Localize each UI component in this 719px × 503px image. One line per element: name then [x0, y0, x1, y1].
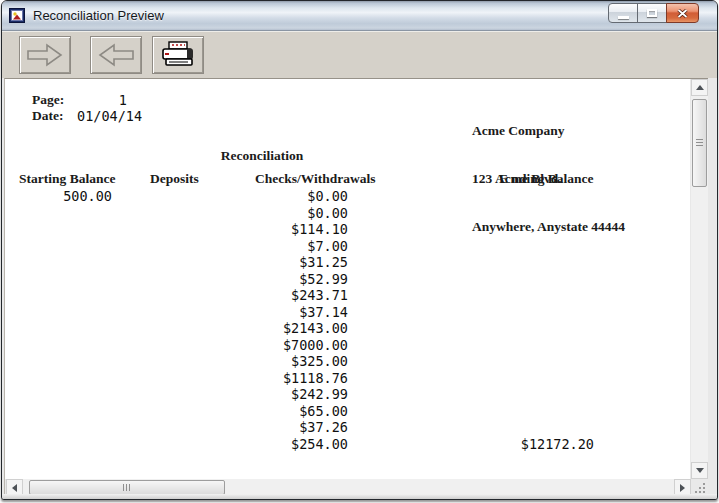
preview-content: Page: 1 Date: 01/04/14 Acme Company 123 … — [4, 78, 708, 496]
window-icon — [9, 8, 26, 24]
withdrawal-amount: $37.26 — [105, 419, 348, 436]
vertical-scrollbar[interactable] — [691, 79, 708, 479]
arrow-right-icon — [26, 42, 64, 68]
previous-page-button[interactable] — [90, 36, 142, 74]
report-rows: 500.00 $0.00$0.00$114.10$7.00$31.25$52.9… — [5, 188, 690, 452]
thumb-grip-icon — [696, 139, 703, 147]
close-icon — [677, 9, 688, 18]
close-button[interactable] — [666, 3, 699, 23]
withdrawal-amount: $242.99 — [105, 386, 348, 403]
column-header-starting-balance: Starting Balance — [19, 171, 115, 187]
thumb-grip-icon — [123, 484, 131, 491]
vertical-scrollbar-thumb[interactable] — [692, 99, 707, 187]
resize-grip-icon — [696, 484, 705, 493]
page-label: Page: — [32, 92, 64, 108]
withdrawal-amount: $31.25 — [105, 254, 348, 271]
toolbar — [2, 31, 717, 78]
withdrawal-amount: $2143.00 — [105, 320, 348, 337]
starting-balance-value: 500.00 — [5, 188, 112, 205]
withdrawal-amount: $65.00 — [105, 403, 348, 420]
withdrawal-amount: $7000.00 — [105, 337, 348, 354]
scroll-up-button[interactable] — [691, 79, 708, 96]
scroll-down-button[interactable] — [691, 462, 708, 479]
checks-withdrawals-list: $0.00$0.00$114.10$7.00$31.25$52.99$243.7… — [105, 188, 348, 452]
page-value: 1 — [77, 92, 127, 108]
company-name: Acme Company — [472, 123, 625, 139]
withdrawal-amount: $37.14 — [105, 304, 348, 321]
column-header-ending-balance: E nding Balance — [499, 171, 594, 187]
report-title: Reconciliation — [5, 148, 519, 164]
minimize-icon — [618, 16, 629, 19]
report-page: Page: 1 Date: 01/04/14 Acme Company 123 … — [5, 79, 690, 479]
maximize-button[interactable] — [637, 3, 667, 23]
date-value: 01/04/14 — [77, 108, 142, 124]
withdrawal-amount: $325.00 — [105, 353, 348, 370]
scroll-right-icon — [680, 484, 685, 492]
arrow-left-icon — [97, 42, 135, 68]
withdrawal-amount: $114.10 — [105, 221, 348, 238]
column-header-checks-withdrawals: Checks/Withdrawals — [255, 171, 376, 187]
withdrawal-amount: $0.00 — [105, 188, 348, 205]
minimize-button[interactable] — [608, 3, 638, 23]
scroll-left-icon — [12, 484, 17, 492]
withdrawal-amount: $7.00 — [105, 238, 348, 255]
horizontal-scrollbar-thumb[interactable] — [29, 480, 225, 495]
scroll-up-icon — [696, 85, 704, 90]
print-button[interactable] — [152, 36, 204, 74]
printer-icon — [159, 40, 197, 70]
column-header-deposits: Deposits — [150, 171, 199, 187]
withdrawal-amount: $52.99 — [105, 271, 348, 288]
window-title: Reconciliation Preview — [33, 8, 164, 23]
window-bottom-frame — [2, 494, 717, 499]
next-page-button[interactable] — [19, 36, 71, 74]
withdrawal-amount: $254.00 — [105, 436, 348, 453]
maximize-icon — [647, 9, 657, 17]
withdrawal-amount: $1118.76 — [105, 370, 348, 387]
reconciliation-preview-window: Reconciliation Preview — [1, 0, 718, 500]
titlebar[interactable]: Reconciliation Preview — [2, 1, 717, 31]
withdrawal-amount: $243.71 — [105, 287, 348, 304]
scroll-down-icon — [696, 468, 704, 473]
date-label: Date: — [32, 108, 63, 124]
ending-balance-value: $12172.20 — [521, 436, 594, 453]
withdrawal-amount: $0.00 — [105, 205, 348, 222]
caption-buttons — [609, 3, 699, 23]
